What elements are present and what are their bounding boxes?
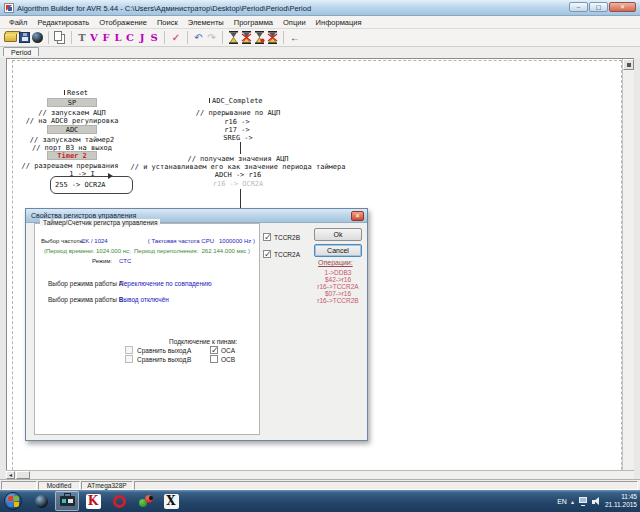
redo-icon[interactable]: ↷ [206, 32, 217, 43]
comment[interactable]: // и устанавливаем его как значение пери… [131, 163, 346, 171]
toolbar-separator [164, 31, 165, 44]
comment[interactable]: // на ADC0 регулировка [26, 117, 119, 125]
undo-icon[interactable]: ↶ [193, 32, 204, 43]
label-element-icon[interactable]: L [113, 31, 123, 45]
status-panel-empty [134, 481, 638, 490]
compare-output-a-checkbox[interactable] [125, 346, 133, 354]
hourglass-icon-4[interactable] [267, 31, 278, 44]
condition-element-icon[interactable]: C [125, 31, 135, 45]
comment[interactable]: // запускаем таймер2 [30, 136, 114, 144]
node-timer2[interactable]: Timer 2 [47, 151, 97, 160]
menu-program[interactable]: Программа [229, 18, 278, 27]
op-push-r16[interactable]: r16 -> [224, 118, 249, 126]
horizontal-scrollbar[interactable]: ◄ [6, 470, 634, 479]
status-modified: Modified [38, 481, 80, 490]
op-ocr-selected[interactable]: r16 -> OCR2A [213, 180, 264, 188]
jump-element-icon[interactable]: J [137, 31, 147, 45]
menu-info[interactable]: Информация [311, 18, 367, 27]
hourglass-icon-1[interactable] [228, 31, 239, 44]
taskbar-dots-app-icon[interactable] [133, 491, 157, 511]
taskbar-media-player-icon[interactable] [29, 491, 53, 511]
operation-line: r16->TCCR2A [317, 283, 358, 290]
toolbar: T V F L C J S ✓ ↶ ↷ ← [0, 29, 640, 47]
taskbar-x-app-icon[interactable]: X [159, 491, 183, 511]
op-loop[interactable]: 255 -> OCR2A [55, 181, 106, 189]
ok-button[interactable]: Ok [314, 228, 362, 241]
tab-period[interactable]: Period [3, 47, 39, 56]
mode-a-value[interactable]: Переключение по совпадению [119, 280, 212, 287]
vertical-scrollbar[interactable] [622, 59, 634, 470]
scrollbar-top-button[interactable] [623, 59, 634, 70]
app-icon [4, 3, 14, 13]
hourglass-icon-3[interactable] [254, 31, 265, 44]
save-icon[interactable] [19, 32, 30, 43]
mode-b-value[interactable]: Вывод отключён [119, 296, 169, 303]
speaker-icon[interactable] [592, 497, 601, 506]
text-element-icon[interactable]: T [77, 31, 87, 45]
node-sp[interactable]: SP [47, 98, 97, 107]
entry-label-adc-complete[interactable]: ADC_Complete [212, 97, 263, 105]
build-icon[interactable] [32, 32, 43, 43]
clock[interactable]: 11:45 21.11.2015 [605, 493, 637, 509]
entry-label-reset[interactable]: Reset [67, 89, 88, 97]
field-element-icon[interactable]: F [101, 31, 111, 45]
network-icon[interactable] [578, 497, 588, 506]
minimize-button[interactable]: – [569, 2, 588, 12]
menu-file[interactable]: Файл [4, 18, 32, 27]
node-adc[interactable]: ADC [47, 125, 97, 134]
taskbar-opera-icon[interactable] [107, 491, 131, 511]
language-indicator[interactable]: EN [557, 498, 567, 505]
maximize-button[interactable]: ▢ [589, 2, 608, 12]
taskbar-kaspersky-icon[interactable]: K [81, 491, 105, 511]
close-button[interactable]: ✕ [609, 2, 636, 12]
op-adch[interactable]: ADCH -> r16 [215, 171, 261, 179]
copy-icon[interactable] [54, 31, 66, 44]
oca-checkbox[interactable] [210, 346, 218, 354]
setter-element-icon[interactable]: S [149, 31, 159, 45]
dialog-title: Свойства регистров управления [31, 212, 136, 219]
tccr2b-checkbox[interactable] [263, 233, 271, 241]
ocb-checkbox[interactable] [210, 355, 218, 363]
clock-date: 21.11.2015 [605, 501, 637, 509]
freq-value[interactable]: CK / 1024 [81, 238, 108, 244]
operation-line: r16->TCCR2B [317, 297, 358, 304]
toolbar-separator [71, 31, 72, 44]
dialog-close-icon[interactable]: ✕ [351, 211, 364, 221]
cancel-button[interactable]: Cancel [314, 244, 362, 257]
op-push-r17[interactable]: r17 -> [224, 126, 249, 134]
vertex-element-icon[interactable]: V [89, 31, 99, 45]
toolbar-separator [187, 31, 188, 44]
check-icon[interactable]: ✓ [170, 32, 182, 43]
menu-edit[interactable]: Редактировать [32, 18, 94, 27]
operation-line: $42->r16 [325, 276, 351, 283]
start-button[interactable] [4, 492, 22, 510]
loop-arrow-icon [108, 173, 113, 179]
back-arrow-icon[interactable]: ← [289, 32, 301, 43]
tabbar: Period [0, 47, 640, 58]
menu-options[interactable]: Опции [278, 18, 311, 27]
comment[interactable]: // получаем значения АЦП [187, 155, 288, 163]
compare-output-a-label: Сравнить выход, [137, 347, 188, 354]
tccr2a-checkbox[interactable] [263, 250, 271, 258]
comment[interactable]: // запускаем АЦП [38, 109, 105, 117]
menu-view[interactable]: Отображение [94, 18, 152, 27]
hourglass-icon-2[interactable] [241, 31, 252, 44]
menubar: Файл Редактировать Отображение Поиск Эле… [0, 16, 640, 29]
taskbar-algorithm-builder-icon[interactable] [55, 491, 79, 511]
menu-elements[interactable]: Элементы [183, 18, 229, 27]
menu-search[interactable]: Поиск [152, 18, 183, 27]
op-push-sreg[interactable]: SREG -> [223, 134, 253, 142]
status-device: ATmega328P [81, 481, 133, 490]
scrollbar-thumb[interactable] [16, 471, 30, 479]
timer-counter-group: Таймер/Счетчик регистра управления Выбор… [34, 223, 260, 435]
connector-line [240, 189, 241, 208]
compare-output-b-letter: В [187, 356, 191, 363]
open-icon[interactable] [4, 33, 17, 42]
window-title: Algorithm Builder for AVR 5.44 - C:\User… [17, 4, 311, 13]
tray-expand-icon[interactable]: ▴ [571, 498, 574, 505]
compare-output-b-checkbox[interactable] [125, 355, 133, 363]
mode-value[interactable]: CTC [119, 258, 131, 264]
comment[interactable]: // прерывание по АЦП [196, 109, 280, 117]
scroll-left-icon[interactable]: ◄ [6, 471, 15, 479]
comment[interactable]: // разрешаем прерывания [22, 162, 119, 170]
